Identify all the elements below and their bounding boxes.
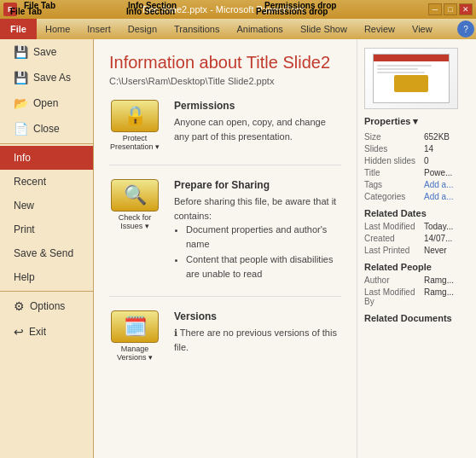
sidebar-label-open: Open bbox=[33, 97, 58, 109]
prop-lastprinted-value: Never bbox=[424, 246, 447, 255]
permissions-text: Anyone can open, copy, and change any pa… bbox=[174, 115, 341, 143]
check-issues-button[interactable]: 🔍 bbox=[111, 179, 159, 212]
tab-slideshow[interactable]: Slide Show bbox=[292, 19, 356, 39]
sidebar-item-saveas[interactable]: 💾 Save As bbox=[0, 65, 93, 90]
sidebar-item-info[interactable]: Info bbox=[0, 146, 93, 170]
tab-insert[interactable]: Insert bbox=[78, 19, 119, 39]
prop-lastmod-value: Today... bbox=[424, 222, 453, 231]
options-icon: ⚙ bbox=[14, 299, 25, 313]
tab-animations[interactable]: Animations bbox=[228, 19, 291, 39]
prop-lastmodby-label: Last Modified By bbox=[364, 287, 424, 306]
thumb-accent bbox=[394, 75, 428, 92]
sidebar-item-print[interactable]: Print bbox=[0, 217, 93, 241]
prop-author-label: Author bbox=[364, 275, 424, 285]
sidebar-label-savesend: Save & Send bbox=[14, 247, 73, 259]
sidebar: 💾 Save 💾 Save As 📂 Open 📄 Close Info Rec… bbox=[0, 39, 94, 458]
prop-categories: Categories Add a... bbox=[364, 192, 469, 201]
prop-author-value: Ramg... bbox=[424, 275, 454, 285]
versions-title: Versions bbox=[174, 310, 341, 322]
info-panel: Information about Title Slide2 C:\Users\… bbox=[94, 39, 357, 458]
close-doc-icon: 📄 bbox=[14, 122, 28, 136]
prop-last-modified-by: Last Modified By Ramg... bbox=[364, 287, 469, 306]
prop-title-value: Powe... bbox=[424, 168, 452, 177]
thumb-slide bbox=[373, 54, 450, 103]
related-dates-header: Related Dates bbox=[364, 208, 469, 218]
versions-icon-area: 🗓️ ManageVersions ▾ bbox=[109, 310, 160, 362]
versions-icon: 🗓️ bbox=[124, 316, 147, 338]
check-issues-text: Before sharing this file, be aware that … bbox=[174, 194, 341, 281]
versions-content: Versions ℹ There are no previous version… bbox=[174, 310, 341, 354]
related-docs-header: Related Documents bbox=[364, 313, 469, 323]
prop-tags: Tags Add a... bbox=[364, 180, 469, 189]
title-bar: P Title Slide2.pptx - Microsoft PowerPoi… bbox=[0, 0, 476, 19]
prop-size-label: Size bbox=[364, 132, 424, 142]
tab-design[interactable]: Design bbox=[119, 19, 165, 39]
prop-created: Created 14/07... bbox=[364, 234, 469, 243]
tab-home[interactable]: Home bbox=[37, 19, 78, 39]
sidebar-item-recent[interactable]: Recent bbox=[0, 170, 93, 194]
sidebar-item-close[interactable]: 📄 Close bbox=[0, 116, 93, 142]
prop-lastmod-label: Last Modified bbox=[364, 222, 424, 231]
minimize-button[interactable]: ─ bbox=[428, 3, 442, 15]
check-issues-section: 🔍 Check forIssues ▾ Prepare for Sharing … bbox=[109, 179, 341, 297]
prop-categories-value[interactable]: Add a... bbox=[424, 192, 453, 201]
restore-button[interactable]: □ bbox=[444, 3, 457, 15]
versions-text: ℹ There are no previous versions of this… bbox=[174, 326, 341, 354]
sidebar-label-exit: Exit bbox=[29, 326, 46, 338]
sidebar-label-new: New bbox=[14, 200, 34, 212]
prop-title-label: Title bbox=[364, 168, 424, 177]
permissions-icon-area: 🔒 ProtectPresentation ▾ bbox=[109, 100, 160, 151]
sidebar-label-print: Print bbox=[14, 223, 35, 235]
saveas-icon: 💾 bbox=[14, 71, 28, 84]
sidebar-label-save: Save bbox=[33, 46, 56, 58]
permissions-title: Permissions bbox=[174, 100, 341, 112]
prop-lastmodby-value: Ramg... bbox=[424, 287, 454, 306]
properties-panel: Properties ▾ Size 652KB Slides 14 Hidden… bbox=[357, 39, 476, 458]
tab-file[interactable]: File bbox=[0, 19, 37, 39]
prop-slides-value: 14 bbox=[424, 144, 433, 154]
prop-tags-value[interactable]: Add a... bbox=[424, 180, 453, 189]
protect-label: ProtectPresentation ▾ bbox=[110, 134, 160, 151]
properties-header[interactable]: Properties ▾ bbox=[364, 116, 469, 127]
prop-lastprinted-label: Last Printed bbox=[364, 246, 424, 255]
thumb-bar bbox=[374, 55, 449, 61]
prop-size-value: 652KB bbox=[424, 132, 450, 142]
title-bar-left: P bbox=[3, 3, 17, 16]
info-title: Information about Title Slide2 bbox=[109, 53, 341, 72]
protect-presentation-button[interactable]: 🔒 bbox=[111, 100, 159, 132]
tab-transitions[interactable]: Transitions bbox=[165, 19, 228, 39]
bullet-1: Document properties and author's name bbox=[186, 223, 341, 251]
check-issues-content: Prepare for Sharing Before sharing this … bbox=[174, 179, 341, 282]
info-path: C:\Users\Ram\Desktop\Title Slide2.pptx bbox=[109, 76, 341, 86]
sidebar-item-exit[interactable]: ↩ Exit bbox=[0, 319, 93, 345]
permissions-content: Permissions Anyone can open, copy, and c… bbox=[174, 100, 341, 143]
sidebar-item-open[interactable]: 📂 Open bbox=[0, 90, 93, 116]
sidebar-divider-2 bbox=[0, 291, 93, 292]
check-issues-title: Prepare for Sharing bbox=[174, 179, 341, 191]
prop-hidden-label: Hidden slides bbox=[364, 156, 424, 165]
close-button[interactable]: ✕ bbox=[459, 3, 473, 15]
prop-author: Author Ramg... bbox=[364, 275, 469, 285]
sidebar-item-save[interactable]: 💾 Save bbox=[0, 39, 93, 65]
sidebar-label-info: Info bbox=[14, 152, 31, 164]
sidebar-item-new[interactable]: New bbox=[0, 194, 93, 217]
thumb-line-1 bbox=[377, 65, 432, 67]
check-label: Check forIssues ▾ bbox=[119, 213, 152, 230]
tab-review[interactable]: Review bbox=[356, 19, 403, 39]
exit-icon: ↩ bbox=[14, 325, 24, 339]
prop-slides: Slides 14 bbox=[364, 144, 469, 154]
title-bar-controls: ─ □ ✕ bbox=[428, 3, 473, 15]
prop-slides-label: Slides bbox=[364, 144, 424, 154]
sidebar-item-savesend[interactable]: Save & Send bbox=[0, 241, 93, 265]
tab-view[interactable]: View bbox=[403, 19, 441, 39]
prop-hidden: Hidden slides 0 bbox=[364, 156, 469, 165]
prop-created-value: 14/07... bbox=[424, 234, 452, 243]
sidebar-item-options[interactable]: ⚙ Options bbox=[0, 293, 93, 319]
prop-last-printed: Last Printed Never bbox=[364, 246, 469, 255]
sidebar-item-help[interactable]: Help bbox=[0, 265, 93, 289]
manage-versions-button[interactable]: 🗓️ bbox=[111, 310, 159, 343]
prop-title: Title Powe... bbox=[364, 168, 469, 177]
sidebar-label-options: Options bbox=[30, 300, 65, 312]
help-button[interactable]: ? bbox=[457, 20, 474, 38]
main-content: 💾 Save 💾 Save As 📂 Open 📄 Close Info Rec… bbox=[0, 39, 476, 458]
